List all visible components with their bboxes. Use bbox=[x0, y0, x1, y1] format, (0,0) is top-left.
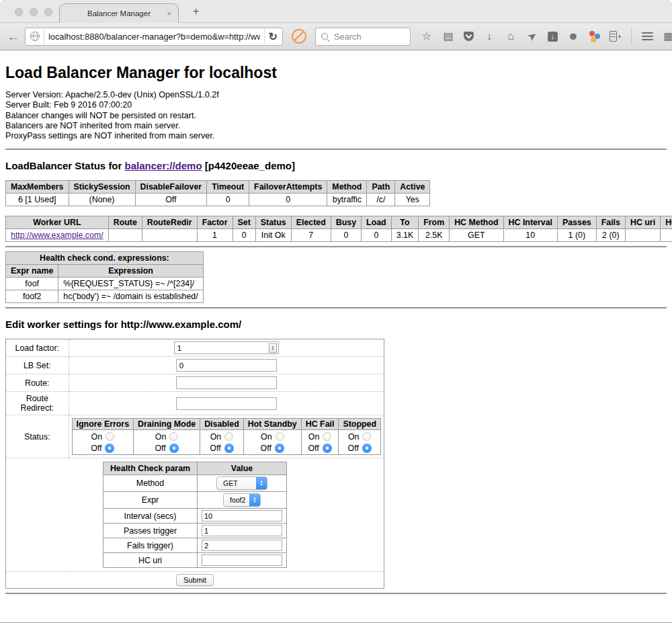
divider bbox=[5, 149, 667, 150]
reading-list-icon[interactable]: ▤ bbox=[442, 30, 454, 42]
table-cell: (None) bbox=[69, 194, 135, 206]
radio-on-draining-mode[interactable] bbox=[169, 432, 178, 441]
radio-label: Off bbox=[210, 444, 220, 453]
header-row: Expr nameExpression bbox=[6, 265, 204, 278]
param-value-cell bbox=[198, 509, 287, 524]
table-cell: 1 (0) bbox=[557, 229, 596, 242]
param-row: HC uri bbox=[103, 553, 287, 568]
radio-on-stopped[interactable] bbox=[362, 432, 371, 441]
expr-select[interactable]: foof2▲▼ bbox=[223, 493, 261, 507]
radio-line: Off bbox=[248, 442, 297, 454]
expr-name-cell: foof bbox=[6, 278, 58, 290]
table-cell: 10 bbox=[503, 229, 557, 242]
home-icon[interactable]: ⌂ bbox=[505, 30, 517, 42]
radio-cell: OnOff bbox=[301, 430, 339, 455]
radio-line: Off bbox=[343, 442, 376, 454]
table-cell bbox=[625, 229, 660, 242]
table-cell: 7 bbox=[291, 229, 331, 242]
column-header: Value bbox=[198, 462, 287, 475]
submit-button[interactable]: Submit bbox=[176, 574, 214, 586]
balancer-demo-link[interactable]: balancer://demo bbox=[125, 160, 202, 171]
title-row: Health check cond. expressions: bbox=[6, 252, 204, 265]
radio-on-hc-fail[interactable] bbox=[323, 432, 331, 441]
param-label: Method bbox=[103, 475, 198, 492]
content-blocker-icon[interactable] bbox=[292, 29, 306, 44]
expression-cell: hc('body') =~ /domain is established/ bbox=[58, 290, 203, 303]
radio-cell: OnOff bbox=[243, 430, 301, 455]
tab-balancer-manager[interactable]: Balancer Manager × bbox=[59, 3, 179, 23]
minimize-window-button[interactable] bbox=[30, 8, 38, 16]
radio-off-hc-fail[interactable] bbox=[323, 444, 332, 453]
column-header: Stopped bbox=[339, 419, 381, 430]
search-input[interactable] bbox=[333, 31, 405, 42]
table-cell: bytraffic bbox=[327, 194, 367, 206]
radio-line: Off bbox=[306, 442, 335, 454]
table-cell: 1 bbox=[197, 229, 233, 242]
header-row: Worker URLRouteRouteRedirFactorSetStatus… bbox=[6, 216, 672, 229]
worker-url-link[interactable]: http://www.example.com/ bbox=[11, 231, 103, 240]
column-header: Passes bbox=[557, 216, 596, 229]
fails-trigger--input[interactable] bbox=[202, 540, 282, 551]
sidebar-grid-icon[interactable]: ▦ bbox=[663, 30, 672, 42]
page-title: Load Balancer Manager for localhost bbox=[5, 64, 667, 82]
page-saver-icon[interactable]: ▾ bbox=[610, 31, 621, 42]
url-input[interactable] bbox=[48, 32, 260, 42]
new-tab-button[interactable]: + bbox=[193, 5, 199, 17]
table-cell bbox=[142, 229, 197, 242]
selected-value: foof2 bbox=[224, 496, 249, 504]
table-cell: 0 bbox=[233, 229, 255, 242]
hc-uri-input[interactable] bbox=[202, 554, 282, 566]
save-extension-icon[interactable]: ↓ bbox=[548, 32, 558, 42]
search-bar[interactable] bbox=[315, 28, 411, 46]
route-redirect-input[interactable] bbox=[176, 397, 277, 410]
site-identity-globe-icon[interactable] bbox=[30, 32, 40, 41]
loadbalancer-status-heading: LoadBalancer Status for balancer://demo … bbox=[5, 160, 667, 171]
radio-off-stopped[interactable] bbox=[362, 444, 372, 453]
load-factor-input[interactable] bbox=[174, 341, 279, 354]
interval-secs--input[interactable] bbox=[202, 510, 282, 522]
route-input[interactable] bbox=[176, 376, 277, 389]
table-cell: 6 [1 Used] bbox=[6, 194, 69, 206]
zoom-window-button[interactable] bbox=[44, 8, 52, 16]
column-header: HC Fail bbox=[301, 419, 339, 430]
radio-label: On bbox=[155, 432, 167, 442]
radio-on-hot-standby[interactable] bbox=[276, 432, 284, 441]
close-window-button[interactable] bbox=[15, 8, 23, 16]
worker-status-table: Worker URLRouteRouteRedirFactorSetStatus… bbox=[5, 216, 672, 242]
close-tab-icon[interactable]: × bbox=[167, 9, 171, 18]
send-tab-icon[interactable]: ➤ bbox=[523, 28, 540, 44]
pocket-icon[interactable] bbox=[464, 32, 474, 41]
colored-dots-extension-icon[interactable] bbox=[589, 31, 600, 42]
param-value-cell bbox=[198, 538, 287, 553]
downloads-icon[interactable]: ↓ bbox=[483, 30, 495, 42]
column-header: HC Interval bbox=[503, 216, 557, 229]
radio-off-hot-standby[interactable] bbox=[275, 444, 284, 453]
param-value-cell bbox=[198, 553, 287, 568]
red-dot bbox=[589, 31, 595, 36]
table-cell: 0 bbox=[331, 229, 361, 242]
back-icon[interactable]: ← bbox=[7, 30, 20, 43]
number-spinner-icon[interactable]: ▲▼ bbox=[269, 343, 277, 353]
menu-icon[interactable] bbox=[642, 32, 653, 40]
radio-off-draining-mode[interactable] bbox=[169, 444, 179, 453]
note-line: ProxyPass settings are NOT inherited fro… bbox=[5, 131, 667, 141]
param-label: Fails trigger) bbox=[103, 538, 198, 553]
radio-line: Off bbox=[204, 442, 239, 454]
reload-icon[interactable]: ↻ bbox=[269, 30, 278, 43]
radio-off-disabled[interactable] bbox=[224, 444, 234, 453]
method-select[interactable]: GET▲▼ bbox=[216, 476, 267, 490]
passes-trigger-input[interactable] bbox=[202, 525, 282, 536]
radio-on-disabled[interactable] bbox=[224, 432, 233, 441]
radio-line: Off bbox=[138, 442, 196, 454]
chevron-down-icon[interactable]: ▾ bbox=[618, 34, 621, 40]
lb-set-input[interactable] bbox=[176, 359, 277, 372]
bookmark-star-icon[interactable]: ☆ bbox=[421, 30, 433, 42]
chat-smiley-icon[interactable]: ☻ bbox=[567, 30, 579, 42]
column-header: FailoverAttempts bbox=[249, 181, 327, 194]
table-cell: 0 bbox=[207, 194, 249, 206]
url-bar[interactable]: ↻ bbox=[25, 28, 283, 46]
radio-off-ignore-errors[interactable] bbox=[105, 444, 114, 453]
radio-on-ignore-errors[interactable] bbox=[106, 432, 114, 441]
radio-cell: OnOff bbox=[339, 430, 381, 455]
column-header: Hot Standby bbox=[243, 419, 301, 430]
